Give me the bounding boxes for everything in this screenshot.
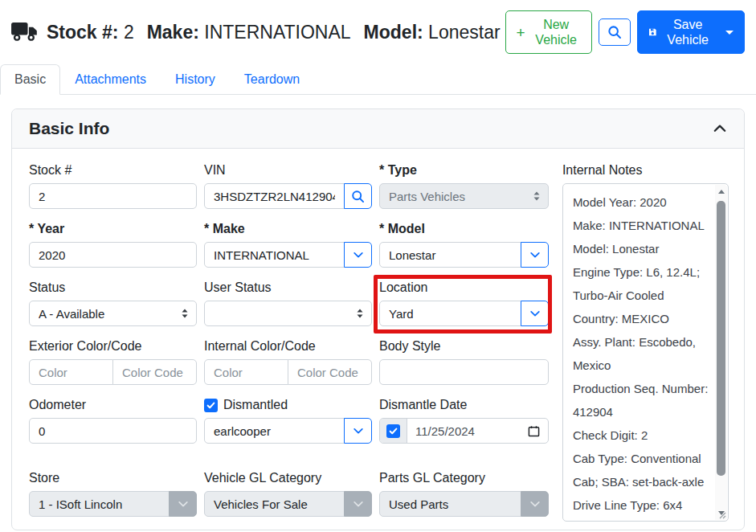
vin-input[interactable] <box>204 183 345 209</box>
save-dropdown-caret-icon[interactable] <box>725 31 734 35</box>
field-dismantled: Dismantled earlcooper <box>204 398 372 444</box>
updown-arrows-icon <box>533 190 541 202</box>
make-input[interactable]: INTERNATIONAL <box>204 242 345 268</box>
dismantle-date-value: 11/25/2024 <box>415 424 528 438</box>
search-icon <box>351 190 365 203</box>
model-input[interactable]: Lonestar <box>379 242 521 268</box>
status-label: Status <box>29 280 197 295</box>
status-select[interactable]: A - Available <box>29 301 197 326</box>
dismantler-combo: earlcooper <box>204 418 372 444</box>
new-vehicle-button[interactable]: + New Vehicle <box>505 10 592 54</box>
field-type: * Type Parts Vehicles <box>379 163 549 209</box>
body-style-input[interactable] <box>379 359 549 385</box>
updown-arrows-icon <box>181 308 189 319</box>
field-body-style: Body Style <box>379 339 549 385</box>
vehicle-gl-label: Vehicle GL Category <box>204 471 372 485</box>
dismantler-input[interactable]: earlcooper <box>204 418 345 444</box>
vehicle-gl-dropdown-button <box>344 491 372 517</box>
notes-scrollbar[interactable] <box>715 185 727 520</box>
save-icon <box>648 26 657 39</box>
dismantler-dropdown-button[interactable] <box>344 418 372 444</box>
dismantled-checkbox[interactable] <box>204 399 218 412</box>
exterior-color-group <box>29 359 197 385</box>
field-dismantle-date: Dismantle Date 11/25/2024 <box>379 398 549 444</box>
form-row-2: * Year * Make INTERNATIONAL * Model <box>29 222 550 268</box>
internal-notes-textarea[interactable]: Model Year: 2020 Make: INTERNATIONAL Mod… <box>562 183 729 522</box>
location-label: Location <box>379 280 549 295</box>
dismantle-date-checkbox[interactable] <box>386 424 400 438</box>
basic-info-body: Stock # VIN <box>12 149 744 530</box>
model-dropdown-button[interactable] <box>521 242 549 268</box>
collapse-button[interactable] <box>713 121 727 136</box>
dismantled-label: Dismantled <box>223 398 288 412</box>
status-value: A - Available <box>39 307 181 321</box>
odometer-label: Odometer <box>29 398 197 412</box>
field-vehicle-gl: Vehicle GL Category Vehicles For Sale <box>204 471 372 517</box>
tab-teardown[interactable]: Teardown <box>230 64 314 95</box>
basic-info-title: Basic Info <box>29 119 109 138</box>
dismantle-date-label: Dismantle Date <box>379 398 549 412</box>
chevron-down-icon <box>353 249 364 260</box>
internal-color-input[interactable] <box>204 359 288 385</box>
page-header: Stock #: 2 Make: INTERNATIONAL Model: Lo… <box>0 0 756 54</box>
location-dropdown-button[interactable] <box>521 301 549 326</box>
form-row-1: Stock # VIN <box>29 163 550 209</box>
tab-basic[interactable]: Basic <box>0 64 60 95</box>
check-icon <box>389 427 398 436</box>
type-value: Parts Vehicles <box>389 190 533 203</box>
tab-attachments[interactable]: Attachments <box>60 64 161 95</box>
basic-info-card-header[interactable]: Basic Info <box>12 109 744 149</box>
form-row-6: Store 1 - ISoft Lincoln Vehicle GL Categ… <box>29 471 550 517</box>
year-input[interactable] <box>29 242 197 268</box>
internal-color-code-input[interactable] <box>288 359 372 385</box>
field-parts-gl: Parts GL Category Used Parts <box>379 471 549 517</box>
search-icon <box>607 25 622 39</box>
title-make-value: INTERNATIONAL <box>204 22 350 43</box>
save-vehicle-label: Save Vehicle <box>663 17 713 47</box>
store-dropdown-button <box>169 491 197 517</box>
resize-grip-icon[interactable] <box>718 511 726 519</box>
chevron-down-icon <box>353 425 364 436</box>
truck-icon <box>11 23 39 42</box>
tab-history[interactable]: History <box>161 64 230 95</box>
header-actions: + New Vehicle Save Vehicle <box>505 10 745 54</box>
parts-gl-combo: Used Parts <box>379 491 549 517</box>
make-dropdown-button[interactable] <box>344 242 372 268</box>
title-stock-value: 2 <box>124 22 134 43</box>
title-model-label: Model: <box>364 22 423 43</box>
field-status: Status A - Available <box>29 280 197 326</box>
model-label: * Model <box>379 222 549 236</box>
parts-gl-label: Parts GL Category <box>379 471 549 485</box>
location-input[interactable]: Yard <box>379 301 521 326</box>
title-stock-label: Stock #: <box>47 22 118 43</box>
chevron-down-icon <box>178 498 189 509</box>
field-model: * Model Lonestar <box>379 222 549 268</box>
dismantled-label-row: Dismantled <box>204 398 372 412</box>
field-stock: Stock # <box>29 163 197 209</box>
notes-scrollbar-thumb[interactable] <box>717 201 725 476</box>
vin-search-button[interactable] <box>344 183 372 209</box>
form-row-5: Odometer Dismantled earlcooper <box>29 398 550 444</box>
scroll-up-arrow-icon[interactable] <box>715 186 727 198</box>
stock-input[interactable] <box>29 183 197 209</box>
field-user-status: User Status <box>204 280 372 326</box>
title-make-label: Make: <box>147 22 199 43</box>
internal-notes-label: Internal Notes <box>562 163 729 178</box>
exterior-color-input[interactable] <box>29 359 113 385</box>
vehicle-search-button[interactable] <box>599 18 631 46</box>
type-select[interactable]: Parts Vehicles <box>379 183 549 209</box>
year-label: * Year <box>29 222 197 236</box>
user-status-select[interactable] <box>204 301 372 326</box>
field-odometer: Odometer <box>29 398 197 444</box>
type-label: * Type <box>379 163 549 178</box>
parts-gl-input: Used Parts <box>379 491 521 517</box>
save-vehicle-button[interactable]: Save Vehicle <box>637 10 745 54</box>
calendar-icon[interactable] <box>528 425 540 437</box>
form-columns: Stock # VIN <box>29 163 550 522</box>
plus-icon: + <box>517 25 525 40</box>
dismantle-date-input[interactable]: 11/25/2024 <box>407 419 548 443</box>
field-year: * Year <box>29 222 197 268</box>
exterior-color-code-input[interactable] <box>112 359 197 385</box>
odometer-input[interactable] <box>29 418 197 444</box>
internal-notes-text: Model Year: 2020 Make: INTERNATIONAL Mod… <box>563 186 714 519</box>
